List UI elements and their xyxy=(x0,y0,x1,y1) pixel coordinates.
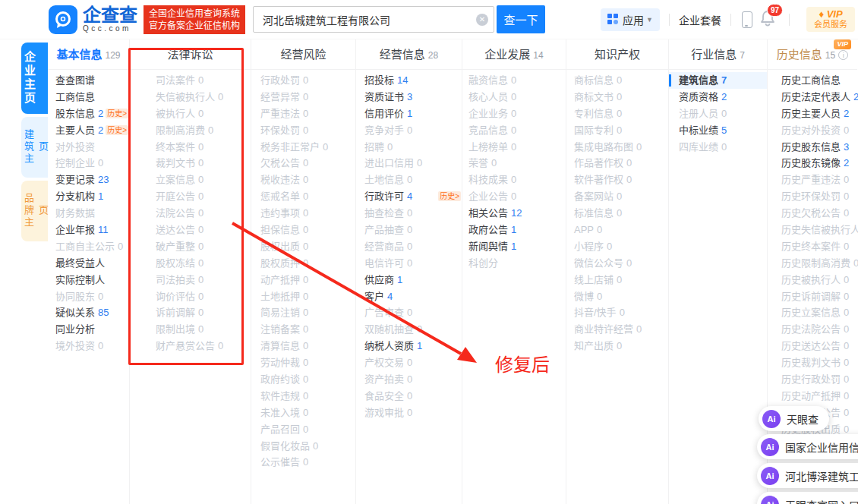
vip-membership-button[interactable]: ♦ VIP 会员服务 xyxy=(806,7,855,32)
menu-item[interactable]: 司法拍卖0 xyxy=(130,272,251,288)
menu-item[interactable]: 四库业绩0 xyxy=(669,139,767,156)
menu-item[interactable]: 工商自主公示0 xyxy=(48,238,129,255)
menu-item[interactable]: 备案网站0 xyxy=(566,188,668,205)
menu-item[interactable]: 产品召回0 xyxy=(251,421,355,438)
qcc-logo[interactable]: 企查查 Qcc.com xyxy=(49,5,137,34)
menu-item[interactable]: 软件违规0 xyxy=(251,388,355,405)
menu-item[interactable]: 最终受益人 xyxy=(48,255,129,272)
side-tab-brand-home[interactable]: 品牌主页 xyxy=(21,181,48,241)
menu-item[interactable]: 行政处罚0 xyxy=(251,72,355,89)
menu-item[interactable]: 惩戒名单0 xyxy=(251,188,355,205)
menu-item[interactable]: 清算信息0 xyxy=(251,338,355,354)
menu-item[interactable]: 劳动仲裁0 xyxy=(251,354,355,371)
menu-item[interactable]: 分支机构1 xyxy=(48,188,129,205)
menu-item[interactable]: 历史诉前调解0 xyxy=(768,288,857,305)
menu-item[interactable]: 建筑信息7 xyxy=(669,72,767,89)
menu-item[interactable]: 专利信息0 xyxy=(566,106,668,122)
menu-item[interactable]: 历史主要人员2 xyxy=(768,106,857,122)
menu-item[interactable]: 股权质押0 xyxy=(251,255,355,272)
menu-item[interactable]: 游戏审批0 xyxy=(356,405,462,421)
menu-item[interactable]: 历史裁判文书0 xyxy=(768,354,857,371)
menu-item[interactable]: 企业公告0 xyxy=(462,188,566,205)
menu-item[interactable]: 纳税人资质1 xyxy=(356,338,462,354)
menu-item[interactable]: 注销备案0 xyxy=(251,321,355,338)
menu-item[interactable]: 对外投资 xyxy=(48,139,129,156)
history-tag[interactable]: 历史> xyxy=(438,191,461,201)
menu-item[interactable]: 历史立案信息0 xyxy=(768,304,857,321)
menu-item[interactable]: 实际控制人 xyxy=(48,272,129,288)
menu-item[interactable]: 失信被执行人0 xyxy=(130,89,251,106)
menu-item[interactable]: 食品安全0 xyxy=(356,388,462,405)
menu-item[interactable]: 送达公告0 xyxy=(130,222,251,238)
menu-item[interactable]: 限制高消费0 xyxy=(130,122,251,139)
menu-item[interactable]: 股权出质0 xyxy=(251,238,355,255)
menu-item[interactable]: 主要人员2历史> xyxy=(48,122,129,139)
menu-item[interactable]: 历史欠税公告0 xyxy=(768,205,857,222)
menu-item[interactable]: 历史严重违法0 xyxy=(768,172,857,188)
clear-search-icon[interactable]: ✕ xyxy=(476,14,488,26)
notifications-bell[interactable]: 97 xyxy=(760,10,775,30)
menu-item[interactable]: 税务非正常户0 xyxy=(251,139,355,156)
menu-item[interactable]: 破产重整0 xyxy=(130,238,251,255)
menu-item[interactable]: 资质证书3 xyxy=(356,89,462,106)
menu-item[interactable]: 违约事项0 xyxy=(251,205,355,222)
menu-item[interactable]: 同业分析 xyxy=(48,321,129,338)
menu-item[interactable]: 科创分 xyxy=(462,255,566,272)
menu-item[interactable]: 集成电路布图0 xyxy=(566,139,668,156)
menu-item[interactable]: 注册人员0 xyxy=(669,106,767,122)
menu-item[interactable]: 资质资格2 xyxy=(669,89,767,106)
column-header[interactable]: 经营信息28 xyxy=(356,39,462,70)
menu-item[interactable]: 作品著作权0 xyxy=(566,155,668,172)
menu-item[interactable]: 股权冻结0 xyxy=(130,255,251,272)
menu-item[interactable]: 历史股东信息3 xyxy=(768,139,857,156)
menu-item[interactable]: 相关公告12 xyxy=(462,205,566,222)
column-header[interactable]: 经营风险 xyxy=(251,39,355,70)
menu-item[interactable]: 被执行人0 xyxy=(130,106,251,122)
menu-item[interactable]: 商标信息0 xyxy=(566,72,668,89)
history-tag[interactable]: 历史> xyxy=(106,109,128,118)
side-tab-construction-home[interactable]: 建筑主页 xyxy=(21,117,48,178)
column-header[interactable]: 知识产权 xyxy=(566,39,668,70)
menu-item[interactable]: 小程序0 xyxy=(566,238,668,255)
menu-item[interactable]: 严重违法0 xyxy=(251,106,355,122)
menu-item[interactable]: 股东信息2历史> xyxy=(48,106,129,122)
menu-item[interactable]: 政府约谈0 xyxy=(251,371,355,388)
menu-item[interactable]: 科技成果0 xyxy=(462,172,566,188)
menu-item[interactable]: 法院公告0 xyxy=(130,205,251,222)
menu-item[interactable]: 招聘0 xyxy=(356,139,462,156)
menu-item[interactable]: 财产悬赏公告0 xyxy=(130,338,251,354)
menu-item[interactable]: 商标文书0 xyxy=(566,89,668,106)
enterprise-package-link[interactable]: 企业套餐 xyxy=(679,12,721,27)
menu-item[interactable]: 开庭公告0 xyxy=(130,188,251,205)
menu-item[interactable]: 历史行政处罚0 xyxy=(768,371,857,388)
apps-menu[interactable]: 应用 ▼ xyxy=(601,8,660,31)
menu-item[interactable]: 历史法定代表人2 xyxy=(768,89,857,106)
menu-item[interactable]: 担保信息0 xyxy=(251,222,355,238)
menu-item[interactable]: 核心人员0 xyxy=(462,89,566,106)
ai-suggestion-pill[interactable]: Ai天眼查官网入口 xyxy=(757,492,858,504)
menu-item[interactable]: 历史失信被执行人0 xyxy=(768,222,857,238)
menu-item[interactable]: 产品抽查0 xyxy=(356,222,462,238)
menu-item[interactable]: 欠税公告0 xyxy=(251,155,355,172)
column-header[interactable]: 企业发展14 xyxy=(462,39,566,70)
search-input[interactable] xyxy=(253,6,494,33)
menu-item[interactable]: 历史环保处罚0 xyxy=(768,188,857,205)
menu-item[interactable]: 财务数据 xyxy=(48,205,129,222)
menu-item[interactable]: 上榜榜单0 xyxy=(462,139,566,156)
menu-item[interactable]: 抽查检查0 xyxy=(356,205,462,222)
menu-item[interactable]: 广告审查0 xyxy=(356,304,462,321)
menu-item[interactable]: 控制企业0 xyxy=(48,155,129,172)
menu-item[interactable]: 新闻舆情1 xyxy=(462,238,566,255)
menu-item[interactable]: 疑似关系85 xyxy=(48,304,129,321)
menu-item[interactable]: 进出口信用0 xyxy=(356,155,462,172)
menu-item[interactable]: 环保处罚0 xyxy=(251,122,355,139)
column-header[interactable]: 历史信息15VIPi xyxy=(768,39,857,70)
menu-item[interactable]: 经营异常0 xyxy=(251,89,355,106)
menu-item[interactable]: 企业业务0 xyxy=(462,106,566,122)
menu-item[interactable]: 历史被执行人0 xyxy=(768,272,857,288)
menu-item[interactable]: 立案信息0 xyxy=(130,172,251,188)
side-tab-company-home[interactable]: 企业主页 xyxy=(21,43,48,114)
menu-item[interactable]: 未准入境0 xyxy=(251,405,355,421)
menu-item[interactable]: 历史送达公告0 xyxy=(768,338,857,354)
menu-item[interactable]: 微信公众号0 xyxy=(566,255,668,272)
